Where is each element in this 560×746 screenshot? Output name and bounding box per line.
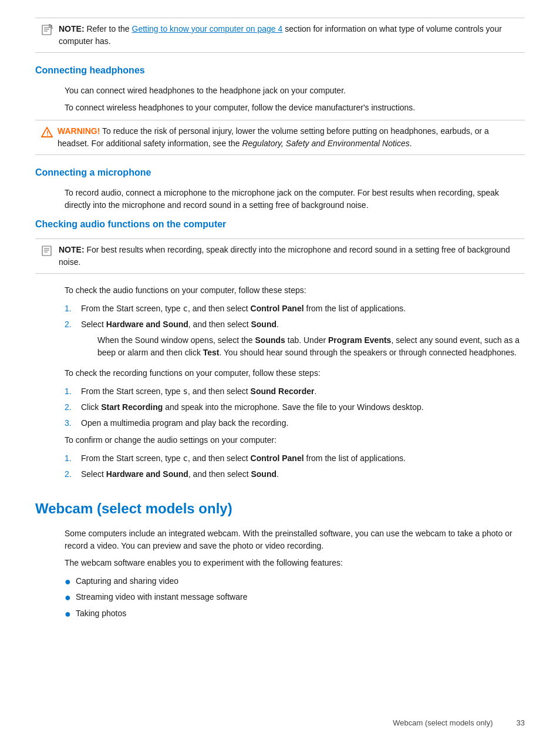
warning-label: WARNING! [58,126,100,136]
bullet-item-1: ● Capturing and sharing video [65,575,525,589]
webcam-block: Some computers include an integrated web… [65,527,525,569]
microphone-block: To record audio, connect a microphone to… [65,187,525,211]
microphone-para1: To record audio, connect a microphone to… [65,187,525,211]
step2-3-text: Open a multimedia program and play back … [81,417,288,429]
sub-para-text: When the Sound window opens, select the … [97,334,525,359]
step-num: 1. [65,385,75,398]
heading-webcam: Webcam (select models only) [35,498,525,519]
heading-microphone: Connecting a microphone [35,166,525,180]
headphones-block: You can connect wired headphones to the … [65,85,525,114]
headphones-para2: To connect wireless headphones to your c… [65,102,525,114]
note-icon: ✎ [41,23,54,36]
bullet-item-3: ● Taking photos [65,607,525,621]
audio-steps2: 1. From the Start screen, type s, and th… [65,385,525,429]
webcam-para2: The webcam software enables you to exper… [65,557,525,569]
note-audio-content: NOTE: For best results when recording, s… [59,244,519,268]
step-num: 2. [65,318,75,362]
step1-2-content: Select Hardware and Sound, and then sele… [81,318,525,362]
warning-box-headphones: ! WARNING! To reduce the risk of persona… [35,120,525,155]
audio-intro2: To check the recording functions on your… [65,367,525,379]
step3-2-text: Select Hardware and Sound, and then sele… [81,468,279,480]
note-text-top: Refer to the [86,24,131,33]
step-num: 1. [65,452,75,465]
bullet-dot: ● [65,575,71,589]
heading-headphones: Connecting headphones [35,63,525,78]
step1-1-text: From the Start screen, type c, and then … [81,303,406,315]
step-num: 3. [65,417,75,429]
step-num: 1. [65,303,75,315]
audio-step2-1: 1. From the Start screen, type s, and th… [65,385,525,398]
bullet-text-3: Taking photos [76,607,126,620]
warning-content: WARNING! To reduce the risk of personal … [58,125,519,150]
audio-step1-1: 1. From the Start screen, type c, and th… [65,303,525,315]
webcam-bullet-list: ● Capturing and sharing video ● Streamin… [65,575,525,621]
bullet-text-1: Capturing and sharing video [76,575,178,587]
audio-step3-1: 1. From the Start screen, type c, and th… [65,452,525,465]
audio-step3-2: 2. Select Hardware and Sound, and then s… [65,468,525,480]
headphones-para1: You can connect wired headphones to the … [65,85,525,97]
bullet-dot: ● [65,591,71,604]
step-num: 2. [65,401,75,414]
audio-step2-3: 3. Open a multimedia program and play ba… [65,417,525,429]
webcam-para1: Some computers include an integrated web… [65,527,525,552]
audio-intro1: To check the audio functions on your com… [65,284,525,297]
step1-2-text: Select Hardware and Sound, and then sele… [81,320,279,329]
audio-intro3-text: To confirm or change the audio settings … [65,434,525,446]
svg-rect-7 [42,246,51,256]
footer-page: 33 [517,717,525,729]
step-num: 2. [65,468,75,480]
note-box-top: ✎ NOTE: Refer to the Getting to know you… [35,18,525,53]
step2-1-text: From the Start screen, type s, and then … [81,385,316,398]
audio-step1-2: 2. Select Hardware and Sound, and then s… [65,318,525,362]
audio-intro1-text: To check the audio functions on your com… [65,284,525,297]
step1-2-sub: When the Sound window opens, select the … [97,334,525,359]
note-link-top[interactable]: Getting to know your computer on page 4 [132,24,283,33]
bullet-item-2: ● Streaming video with instant message s… [65,591,525,604]
audio-steps1: 1. From the Start screen, type c, and th… [65,303,525,362]
audio-intro2-text: To check the recording functions on your… [65,367,525,379]
bullet-text-2: Streaming video with instant message sof… [76,591,248,603]
svg-text:!: ! [46,130,49,137]
svg-text:✎: ✎ [50,26,53,30]
note-audio-label: NOTE: [59,245,85,254]
heading-audio: Checking audio functions on the computer [35,217,525,231]
note-box-audio: NOTE: For best results when recording, s… [35,238,525,274]
step3-1-text: From the Start screen, type c, and then … [81,452,406,465]
audio-step2-2: 2. Click Start Recording and speak into … [65,401,525,414]
audio-steps3: 1. From the Start screen, type c, and th… [65,452,525,480]
note-top-content: NOTE: Refer to the Getting to know your … [59,23,519,48]
note-label-top: NOTE: [59,24,85,33]
audio-intro3: To confirm or change the audio settings … [65,434,525,446]
note-icon-audio [41,244,54,257]
page-footer: Webcam (select models only) 33 [393,717,525,729]
footer-section: Webcam (select models only) [393,717,492,729]
bullet-dot: ● [65,607,71,621]
step2-2-text: Click Start Recording and speak into the… [81,401,424,414]
warning-icon: ! [41,126,53,142]
